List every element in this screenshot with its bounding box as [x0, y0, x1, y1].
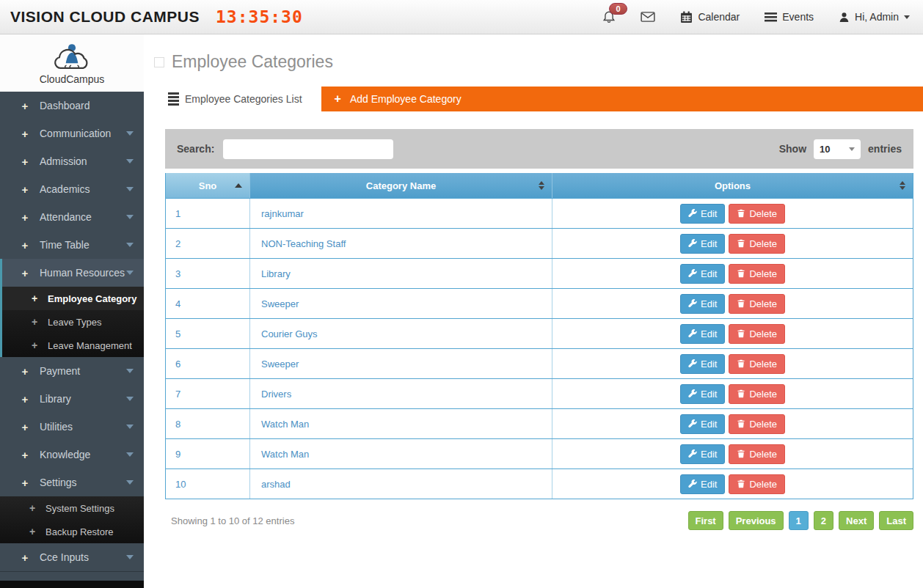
cell-category: NON-Teaching Staff	[250, 229, 552, 258]
table-header-row: Sno Category Name Options	[166, 173, 913, 198]
chevron-down-icon	[126, 425, 134, 429]
cell-options: Edit Delete	[552, 229, 913, 258]
delete-button[interactable]: Delete	[729, 354, 785, 374]
edit-button[interactable]: Edit	[680, 294, 725, 314]
edit-label: Edit	[701, 449, 717, 460]
tab-add-employee-category[interactable]: + Add Employee Category	[321, 87, 923, 111]
cell-sno: 6	[166, 349, 250, 378]
cell-category: arshad	[250, 469, 552, 499]
sidebar-item-academics[interactable]: + Academics	[0, 175, 144, 203]
sidebar-item-label: Communication	[40, 128, 111, 139]
cell-sno: 2	[166, 229, 250, 258]
delete-button[interactable]: Delete	[729, 324, 785, 344]
sidebar-item-knowledge[interactable]: + Knowledge	[0, 441, 144, 468]
sidebar-item-label: Settings	[40, 477, 77, 488]
plus-icon: +	[19, 551, 31, 564]
plus-icon: +	[19, 365, 31, 378]
pagination-first-button[interactable]: First	[688, 511, 723, 530]
plus-icon: +	[19, 477, 31, 489]
sidebar-item-time-table[interactable]: + Time Table	[0, 231, 144, 259]
delete-button[interactable]: Delete	[729, 474, 785, 494]
sidebar-item-human-resources[interactable]: + Human Resources	[0, 259, 144, 287]
delete-button[interactable]: Delete	[729, 294, 785, 314]
delete-button[interactable]: Delete	[729, 264, 785, 284]
delete-button[interactable]: Delete	[729, 204, 785, 224]
pagination-page-1-button[interactable]: 1	[789, 511, 809, 530]
delete-label: Delete	[749, 208, 777, 219]
column-header-options[interactable]: Options	[552, 173, 913, 198]
pagination-last-button[interactable]: Last	[879, 511, 913, 530]
brand-title: VISION CLOUD CAMPUS	[10, 8, 200, 26]
search-label: Search:	[177, 143, 214, 155]
pagination-previous-button[interactable]: Previous	[729, 511, 784, 530]
sidebar-item-label: Library	[40, 393, 71, 405]
user-label: Hi, Admin	[855, 11, 899, 23]
column-header-category-name[interactable]: Category Name	[250, 173, 552, 198]
messages-button[interactable]	[641, 11, 655, 23]
edit-label: Edit	[701, 419, 717, 430]
page-header: Employee Categories	[144, 34, 923, 79]
column-header-label: Sno	[199, 180, 217, 191]
user-menu[interactable]: Hi, Admin	[839, 11, 910, 23]
calendar-button[interactable]: Calendar	[680, 11, 740, 23]
sidebar-item-utilities[interactable]: + Utilities	[0, 413, 144, 441]
sidebar-subitem-employee-category[interactable]: + Employee Category	[2, 287, 144, 310]
sidebar-subitem-backup-restore[interactable]: + Backup Restore	[0, 520, 144, 543]
sidebar-subitem-label: Leave Management	[48, 340, 132, 351]
delete-label: Delete	[749, 328, 777, 339]
edit-button[interactable]: Edit	[680, 414, 725, 434]
events-button[interactable]: Events	[765, 11, 814, 23]
tab-employee-categories-list[interactable]: Employee Categories List	[165, 87, 315, 111]
pagination-next-button[interactable]: Next	[839, 511, 874, 530]
cell-sno: 4	[166, 289, 250, 318]
sidebar-subitem-leave-management[interactable]: + Leave Management	[2, 334, 144, 357]
plus-icon: +	[32, 293, 42, 304]
edit-button[interactable]: Edit	[680, 204, 725, 224]
sidebar-subitem-system-settings[interactable]: + System Settings	[0, 496, 144, 520]
chevron-down-icon	[126, 243, 134, 247]
delete-button[interactable]: Delete	[729, 414, 785, 434]
sidebar-item-dashboard[interactable]: + Dashboard	[0, 92, 144, 120]
delete-button[interactable]: Delete	[729, 444, 785, 464]
edit-button[interactable]: Edit	[680, 324, 725, 344]
edit-button[interactable]: Edit	[680, 234, 725, 254]
sidebar-bottom-strip	[0, 581, 144, 588]
edit-button[interactable]: Edit	[680, 384, 725, 404]
edit-button[interactable]: Edit	[680, 474, 725, 494]
sidebar-item-label: Attendance	[40, 211, 92, 223]
edit-label: Edit	[701, 479, 717, 490]
sidebar-item-payment[interactable]: + Payment	[0, 357, 144, 385]
sidebar-item-admission[interactable]: + Admission	[0, 147, 144, 175]
top-bar: VISION CLOUD CAMPUS 13:35:30 0 Calendar …	[0, 0, 923, 34]
calendar-icon	[680, 11, 693, 23]
cell-options: Edit Delete	[552, 289, 913, 318]
sidebar: CloudCampus + Dashboard + Communication …	[0, 34, 144, 588]
square-icon	[154, 57, 164, 67]
delete-button[interactable]: Delete	[729, 234, 785, 254]
cell-category: Courier Guys	[250, 319, 552, 348]
sidebar-item-label: Knowledge	[40, 449, 90, 460]
chevron-down-icon	[126, 555, 134, 559]
cell-sno: 9	[166, 439, 250, 468]
sidebar-item-cce-inputs[interactable]: + Cce Inputs	[0, 543, 144, 571]
delete-button[interactable]: Delete	[729, 384, 785, 404]
column-header-sno[interactable]: Sno	[166, 173, 250, 198]
employee-categories-table: Sno Category Name Options 1 rajnku	[165, 173, 913, 499]
edit-button[interactable]: Edit	[680, 264, 725, 284]
plus-icon: +	[29, 502, 40, 514]
notifications-button[interactable]: 0	[602, 10, 616, 23]
table-row: 8 Watch Man Edit Delete	[166, 408, 913, 438]
sidebar-item-attendance[interactable]: + Attendance	[0, 203, 144, 231]
entries-select[interactable]: 10	[814, 139, 861, 159]
sidebar-subitem-leave-types[interactable]: + Leave Types	[2, 310, 144, 334]
sidebar-item-settings[interactable]: + Settings	[0, 468, 144, 496]
search-input[interactable]	[223, 139, 393, 159]
topbar-actions: 0 Calendar Events Hi, Admin	[602, 10, 910, 23]
sidebar-item-communication[interactable]: + Communication	[0, 120, 144, 147]
sidebar-item-library[interactable]: + Library	[0, 385, 144, 413]
edit-button[interactable]: Edit	[680, 354, 725, 374]
edit-button[interactable]: Edit	[680, 444, 725, 464]
settings-submenu: + System Settings + Backup Restore	[0, 496, 144, 543]
plus-icon: +	[29, 526, 40, 537]
pagination-page-2-button[interactable]: 2	[814, 511, 833, 530]
